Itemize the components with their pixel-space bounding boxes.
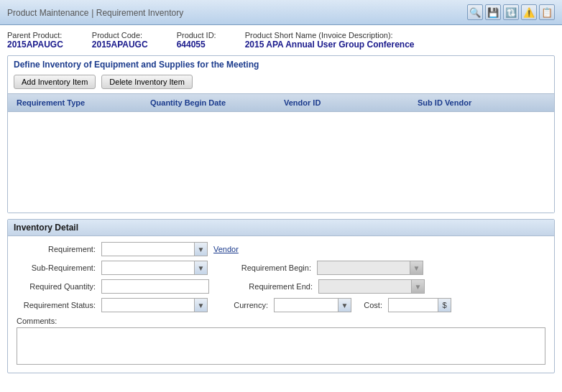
- requirement-input[interactable]: [101, 242, 195, 256]
- requirement-end-input: [318, 279, 412, 294]
- requirement-begin-label: Requirement Begin:: [225, 263, 311, 272]
- product-code-value: 2015APAUGC: [92, 39, 148, 50]
- requirement-status-label: Requirement Status:: [17, 301, 96, 309]
- parent-product-label: Parent Product:: [7, 31, 63, 39]
- inventory-section-title: Define Inventory of Equipment and Suppli…: [8, 56, 554, 72]
- requirement-select-wrapper: ▼: [101, 242, 208, 256]
- col-header-sub-id-vendor: Sub ID Vendor: [415, 97, 548, 108]
- required-quantity-input[interactable]: [101, 279, 209, 294]
- toolbar: 🔍 💾 🔃 ⚠️ 📋: [467, 4, 555, 20]
- inventory-table-header: Requirement Type Quantity Begin Date Ven…: [8, 93, 554, 112]
- sub-requirement-row: Sub-Requirement: ▼ Requirement Begin: ▼: [17, 261, 545, 275]
- detail-body: Requirement: ▼ Vendor Sub-Requirement: ▼…: [8, 236, 554, 373]
- comments-row: Comments:: [17, 317, 545, 367]
- currency-input[interactable]: [274, 298, 338, 312]
- cost-input[interactable]: [388, 298, 438, 312]
- product-code-cell: Product Code: 2015APAUGC: [92, 31, 148, 50]
- binoculars-icon[interactable]: 🔍: [467, 4, 483, 20]
- product-id-cell: Product ID: 644055: [177, 31, 216, 50]
- detail-section-title: Inventory Detail: [8, 220, 554, 236]
- inventory-detail-section: Inventory Detail Requirement: ▼ Vendor S…: [7, 219, 555, 373]
- product-code-label: Product Code:: [92, 31, 148, 39]
- title-sub: Requirement Inventory: [96, 8, 183, 18]
- requirement-end-wrapper: ▼: [318, 279, 425, 294]
- cost-dollar-sign: $: [438, 298, 451, 312]
- requirement-dropdown-arrow[interactable]: ▼: [195, 242, 208, 256]
- inventory-button-row: Add Inventory Item Delete Inventory Item: [8, 72, 554, 93]
- page-header: Product Maintenance | Requirement Invent…: [0, 0, 562, 25]
- currency-wrapper: ▼: [274, 298, 351, 312]
- inventory-section: Define Inventory of Equipment and Suppli…: [7, 55, 555, 213]
- required-quantity-label: Required Quantity:: [17, 282, 96, 291]
- col-header-requirement-type: Requirement Type: [14, 97, 147, 108]
- inventory-table-body: [8, 112, 554, 213]
- title-main: Product Maintenance: [7, 8, 88, 18]
- currency-arrow[interactable]: ▼: [338, 298, 351, 312]
- product-id-value: 644055: [177, 39, 216, 50]
- sub-requirement-select-wrapper: ▼: [101, 261, 208, 275]
- requirement-label: Requirement:: [17, 245, 96, 253]
- requirement-begin-wrapper: ▼: [317, 261, 423, 275]
- short-name-cell: Product Short Name (Invoice Description)…: [245, 31, 415, 50]
- vendor-link[interactable]: Vendor: [213, 245, 239, 253]
- requirement-status-arrow[interactable]: ▼: [195, 298, 208, 312]
- col-header-vendor-id: Vendor ID: [281, 97, 415, 108]
- refresh-icon[interactable]: 🔃: [503, 4, 519, 20]
- required-quantity-row: Required Quantity: Requirement End: ▼: [17, 279, 545, 294]
- cost-label: Cost:: [357, 301, 382, 309]
- requirement-begin-arrow: ▼: [410, 261, 423, 275]
- add-inventory-item-button[interactable]: Add Inventory Item: [14, 75, 96, 89]
- short-name-label: Product Short Name (Invoice Description)…: [245, 31, 415, 39]
- requirement-row: Requirement: ▼ Vendor: [17, 242, 545, 256]
- comments-textarea[interactable]: [17, 327, 545, 365]
- sub-requirement-dropdown-arrow[interactable]: ▼: [195, 261, 208, 275]
- requirement-status-wrapper: ▼: [101, 298, 208, 312]
- requirement-end-label: Requirement End:: [226, 282, 313, 291]
- delete-inventory-item-button[interactable]: Delete Inventory Item: [101, 75, 193, 89]
- currency-label: Currency:: [225, 301, 268, 309]
- col-header-quantity-begin-date: Quantity Begin Date: [147, 97, 281, 108]
- requirement-end-arrow: ▼: [412, 279, 425, 294]
- info-icon[interactable]: 📋: [539, 4, 555, 20]
- page-title: Product Maintenance | Requirement Invent…: [7, 6, 183, 18]
- parent-product-value: 2015APAUGC: [7, 39, 63, 50]
- parent-product-cell: Parent Product: 2015APAUGC: [7, 31, 63, 50]
- save-icon[interactable]: 💾: [485, 4, 501, 20]
- short-name-value: 2015 APA Annual User Group Conference: [245, 39, 415, 50]
- product-info-row: Parent Product: 2015APAUGC Product Code:…: [0, 25, 562, 52]
- warning-icon[interactable]: ⚠️: [521, 4, 537, 20]
- sub-requirement-input[interactable]: [101, 261, 195, 275]
- cost-wrapper: $: [388, 298, 451, 312]
- status-currency-row: Requirement Status: ▼ Currency: ▼ Cost: …: [17, 298, 545, 312]
- sub-requirement-label: Sub-Requirement:: [17, 263, 96, 272]
- requirement-begin-input: [317, 261, 410, 275]
- comments-label: Comments:: [17, 317, 96, 325]
- product-id-label: Product ID:: [177, 31, 216, 39]
- requirement-status-input[interactable]: [101, 298, 195, 312]
